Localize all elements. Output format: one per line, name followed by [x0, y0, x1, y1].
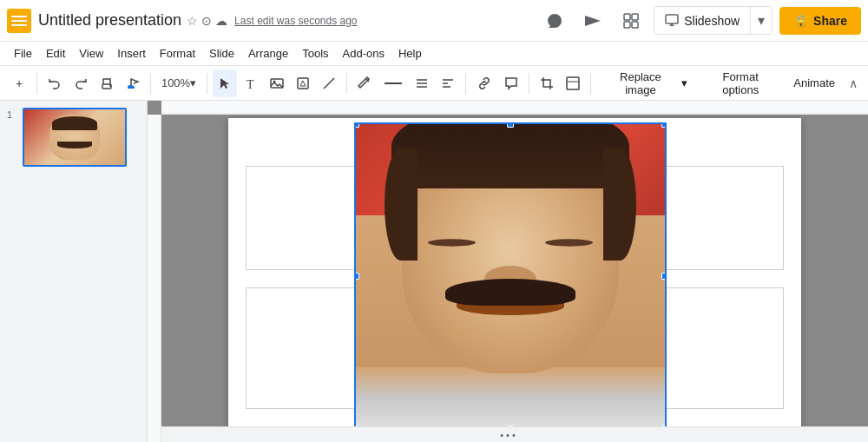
menu-bar: File Edit View Insert Format Slide Arran…: [0, 42, 868, 66]
svg-rect-27: [567, 77, 579, 89]
toolbar-divider-7: [590, 73, 591, 94]
zoom-value: 100%: [161, 76, 190, 89]
svg-rect-1: [11, 16, 27, 17]
slide-item-1[interactable]: 1: [7, 108, 140, 167]
selected-image[interactable]: [354, 122, 667, 431]
menu-slide[interactable]: Slide: [202, 43, 241, 63]
undo-button[interactable]: [43, 69, 67, 97]
print-button[interactable]: [95, 69, 119, 97]
zoom-level[interactable]: 100% ▾: [156, 69, 201, 97]
svg-rect-4: [624, 14, 630, 20]
history-icon[interactable]: ⊙: [201, 14, 212, 28]
slides-panel: 1: [0, 101, 148, 442]
toolbar-divider-6: [529, 73, 529, 94]
slide-thumb-inner: [24, 109, 125, 165]
replace-image-arrow: ▾: [681, 76, 687, 89]
slideshow-dropdown-arrow[interactable]: ▾: [750, 7, 772, 34]
menu-edit[interactable]: Edit: [39, 43, 72, 63]
svg-rect-5: [632, 14, 638, 20]
toolbar-divider-2: [150, 73, 151, 94]
menu-tools[interactable]: Tools: [295, 43, 335, 63]
animate-button[interactable]: Animate: [786, 73, 842, 93]
menu-addons[interactable]: Add-ons: [336, 43, 391, 63]
star-icon[interactable]: ☆: [187, 14, 198, 28]
link-button[interactable]: [471, 69, 497, 97]
share-button[interactable]: 🔒 Share: [779, 7, 861, 35]
crop-button[interactable]: [535, 69, 559, 97]
grid-view-icon[interactable]: [615, 5, 647, 36]
comments-icon[interactable]: [539, 5, 570, 36]
svg-marker-17: [300, 81, 306, 86]
pen-tool-button[interactable]: [352, 69, 377, 97]
collapse-toolbar-button[interactable]: ∧: [845, 73, 861, 94]
present-icon[interactable]: [577, 5, 608, 36]
format-options-button[interactable]: Format options: [696, 67, 785, 100]
slideshow-button[interactable]: Slideshow ▾: [654, 6, 773, 35]
app-logo: [7, 9, 31, 33]
svg-rect-3: [11, 24, 27, 26]
image-tool-button[interactable]: [265, 69, 289, 97]
presentation-title[interactable]: Untitled presentation: [38, 11, 181, 30]
toolbar-divider-5: [465, 73, 466, 94]
menu-help[interactable]: Help: [391, 43, 429, 63]
paint-format-button[interactable]: [121, 69, 145, 97]
handle-top-left[interactable]: [354, 122, 359, 128]
menu-insert[interactable]: Insert: [110, 43, 153, 63]
slide-thumbnail-1[interactable]: [23, 108, 127, 167]
replace-image-button[interactable]: Replace image ▾: [596, 67, 694, 100]
share-lock-icon: 🔒: [793, 14, 808, 28]
redo-button[interactable]: [69, 69, 93, 97]
slide-canvas[interactable]: [228, 118, 801, 439]
animate-label: Animate: [793, 76, 835, 89]
toolbar-divider-4: [346, 73, 347, 94]
svg-marker-12: [220, 78, 229, 89]
handle-top-middle[interactable]: [507, 122, 514, 128]
menu-arrange[interactable]: Arrange: [241, 43, 295, 63]
replace-image-label: Replace image: [603, 70, 678, 96]
slide-number-1: 1: [7, 109, 17, 120]
svg-rect-31: [148, 115, 161, 442]
add-button[interactable]: +: [7, 69, 31, 97]
zoom-dropdown-arrow: ▾: [190, 76, 196, 89]
handle-middle-left[interactable]: [354, 273, 359, 280]
text-tool-button[interactable]: T: [239, 69, 263, 97]
svg-line-18: [324, 78, 334, 89]
menu-file[interactable]: File: [7, 43, 39, 63]
ruler-left: [148, 115, 161, 442]
shape-tool-button[interactable]: [291, 69, 315, 97]
main-area: 1: [0, 101, 868, 442]
canvas-area: // drawn via inline: [148, 101, 868, 442]
canvas-content: [161, 115, 868, 442]
line-style-button[interactable]: [378, 69, 408, 97]
ruler-top: // drawn via inline: [161, 101, 868, 115]
svg-rect-29: [161, 101, 868, 115]
svg-text:T: T: [247, 78, 254, 90]
svg-rect-16: [298, 78, 308, 89]
svg-rect-6: [624, 22, 630, 28]
title-bar: Untitled presentation ☆ ⊙ ☁ Last edit wa…: [0, 0, 868, 42]
svg-rect-8: [666, 15, 678, 23]
menu-view[interactable]: View: [72, 43, 110, 63]
transform-button[interactable]: [561, 69, 585, 97]
handle-top-right[interactable]: [661, 122, 667, 128]
add-icon: +: [16, 76, 23, 90]
share-label: Share: [813, 14, 847, 28]
bottom-bar: • • •: [148, 426, 868, 442]
svg-point-11: [109, 85, 111, 87]
cloud-icon[interactable]: ☁: [215, 14, 227, 28]
cursor-tool-button[interactable]: [213, 69, 237, 97]
line-tool-button[interactable]: [317, 69, 341, 97]
svg-rect-2: [11, 20, 27, 22]
format-options-label: Format options: [722, 70, 759, 96]
slideshow-label: Slideshow: [684, 14, 740, 28]
list-style-button[interactable]: [436, 69, 460, 97]
menu-format[interactable]: Format: [153, 43, 202, 63]
toolbar-divider-3: [207, 73, 207, 94]
align-button[interactable]: [410, 69, 434, 97]
comment-button[interactable]: [499, 69, 523, 97]
last-edit-text[interactable]: Last edit was seconds ago: [234, 15, 357, 27]
toolbar-divider-1: [36, 73, 37, 94]
handle-middle-right[interactable]: [661, 273, 667, 280]
bottom-dots: • • •: [500, 430, 516, 440]
toolbar: + 100% ▾ T: [0, 66, 868, 101]
